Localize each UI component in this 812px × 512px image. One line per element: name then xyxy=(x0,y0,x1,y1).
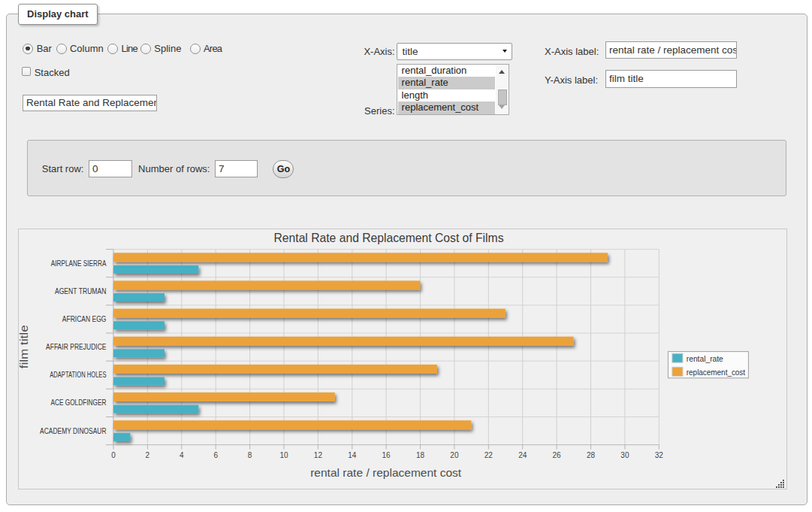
svg-text:12: 12 xyxy=(314,451,323,459)
svg-text:0: 0 xyxy=(111,451,116,459)
svg-text:replacement_cost: replacement_cost xyxy=(687,368,746,377)
svg-text:18: 18 xyxy=(416,451,425,459)
svg-text:22: 22 xyxy=(484,451,494,459)
svg-text:AIRPLANE SIERRA: AIRPLANE SIERRA xyxy=(51,259,107,268)
svg-text:ACE GOLDFINGER: ACE GOLDFINGER xyxy=(50,398,106,407)
svg-text:6: 6 xyxy=(213,451,218,459)
svg-text:10: 10 xyxy=(279,451,288,459)
svg-text:ADAPTATION HOLES: ADAPTATION HOLES xyxy=(50,371,107,379)
svg-text:rental rate / replacement cost: rental rate / replacement cost xyxy=(310,466,462,479)
svg-text:30: 30 xyxy=(620,451,629,459)
svg-text:24: 24 xyxy=(518,451,527,459)
svg-text:20: 20 xyxy=(450,451,459,459)
svg-text:14: 14 xyxy=(348,451,357,459)
svg-text:2: 2 xyxy=(146,451,150,459)
svg-text:8: 8 xyxy=(248,451,252,459)
svg-text:ACADEMY DINOSAUR: ACADEMY DINOSAUR xyxy=(40,427,106,435)
svg-text:16: 16 xyxy=(382,451,391,459)
svg-text:AGENT TRUMAN: AGENT TRUMAN xyxy=(55,287,107,295)
svg-text:AFFAIR PREJUDICE: AFFAIR PREJUDICE xyxy=(46,343,107,351)
svg-text:32: 32 xyxy=(655,451,664,459)
svg-text:28: 28 xyxy=(587,451,596,459)
svg-text:4: 4 xyxy=(180,451,184,459)
svg-text:rental_rate: rental_rate xyxy=(687,355,723,363)
svg-text:film title: film title xyxy=(19,325,31,368)
svg-text:26: 26 xyxy=(553,451,562,459)
svg-text:Rental Rate and Replacement Co: Rental Rate and Replacement Cost of Film… xyxy=(274,231,504,245)
svg-text:AFRICAN EGG: AFRICAN EGG xyxy=(62,315,107,323)
